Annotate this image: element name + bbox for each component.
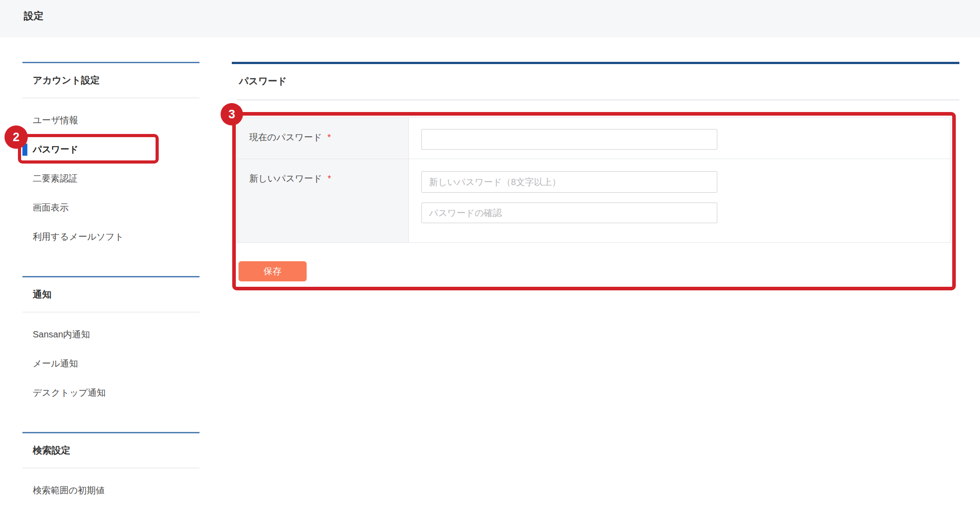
new-password-label: 新しいパスワード [249, 173, 322, 183]
sidebar-item-list: Sansan内通知 メール通知 デスクトップ通知 [22, 312, 199, 407]
content-top-divider [232, 62, 959, 64]
sidebar-item-user-info[interactable]: ユーザ情報 [22, 106, 199, 135]
form-label-cell: 現在のパスワード* [237, 118, 409, 159]
page-header: 設定 [0, 0, 980, 37]
sidebar-item-mail-software[interactable]: 利用するメールソフト [22, 222, 199, 251]
sidebar-item-sansan-notifications[interactable]: Sansan内通知 [22, 320, 199, 349]
sidebar-item-search-default-scope[interactable]: 検索範囲の初期値 [22, 476, 199, 505]
form-input-cell [409, 118, 950, 159]
active-indicator-bar [22, 143, 27, 155]
current-password-input[interactable] [421, 129, 717, 150]
content-sub-divider [237, 99, 959, 100]
required-asterisk: * [328, 173, 331, 183]
settings-page: 設定 アカウント設定 ユーザ情報 パスワード 二要素認証 画面表示 [0, 0, 980, 518]
form-row-new-password: 新しいパスワード* [237, 159, 950, 242]
sidebar-section-search: 検索設定 検索範囲の初期値 [22, 432, 199, 505]
sidebar-item-label: Sansan内通知 [33, 328, 90, 341]
sidebar-section-heading: 通知 [22, 277, 199, 312]
sidebar-item-two-factor-auth[interactable]: 二要素認証 [22, 164, 199, 193]
settings-sidebar: アカウント設定 ユーザ情報 パスワード 二要素認証 画面表示 利用するメールソフ… [22, 62, 199, 518]
page-title: 設定 [24, 10, 43, 22]
form-label-cell: 新しいパスワード* [237, 159, 409, 242]
sidebar-item-label: ユーザ情報 [33, 114, 78, 126]
sidebar-item-label: メール通知 [33, 358, 78, 370]
sidebar-item-list: 検索範囲の初期値 [22, 468, 199, 505]
new-password-input[interactable] [421, 171, 717, 193]
password-form: 現在のパスワード* 新しいパスワード* [237, 117, 950, 243]
required-asterisk: * [327, 132, 331, 142]
sidebar-section-notifications: 通知 Sansan内通知 メール通知 デスクトップ通知 [22, 276, 199, 407]
form-row-current-password: 現在のパスワード* [237, 118, 950, 159]
sidebar-item-label: 画面表示 [33, 202, 69, 214]
sidebar-item-label: 二要素認証 [33, 173, 78, 185]
sidebar-item-password[interactable]: パスワード [22, 135, 199, 164]
sidebar-item-label: 検索範囲の初期値 [33, 484, 104, 496]
form-input-cell [409, 159, 950, 242]
sidebar-item-list: ユーザ情報 パスワード 二要素認証 画面表示 利用するメールソフト [22, 98, 199, 251]
sidebar-item-screen-display[interactable]: 画面表示 [22, 193, 199, 222]
confirm-password-input[interactable] [421, 203, 717, 223]
sidebar-section-heading: 検索設定 [22, 433, 199, 468]
content-section-title: パスワード [239, 75, 287, 87]
sidebar-item-email-notifications[interactable]: メール通知 [22, 349, 199, 378]
sidebar-item-desktop-notifications[interactable]: デスクトップ通知 [22, 378, 199, 407]
current-password-label: 現在のパスワード [249, 132, 322, 142]
sidebar-section-account: アカウント設定 ユーザ情報 パスワード 二要素認証 画面表示 利用するメールソフ… [22, 62, 199, 251]
sidebar-item-label: 利用するメールソフト [33, 231, 124, 243]
sidebar-item-label: パスワード [33, 143, 78, 155]
sidebar-section-heading: アカウント設定 [22, 63, 199, 98]
sidebar-item-label: デスクトップ通知 [33, 387, 106, 399]
save-button[interactable]: 保存 [238, 261, 307, 281]
